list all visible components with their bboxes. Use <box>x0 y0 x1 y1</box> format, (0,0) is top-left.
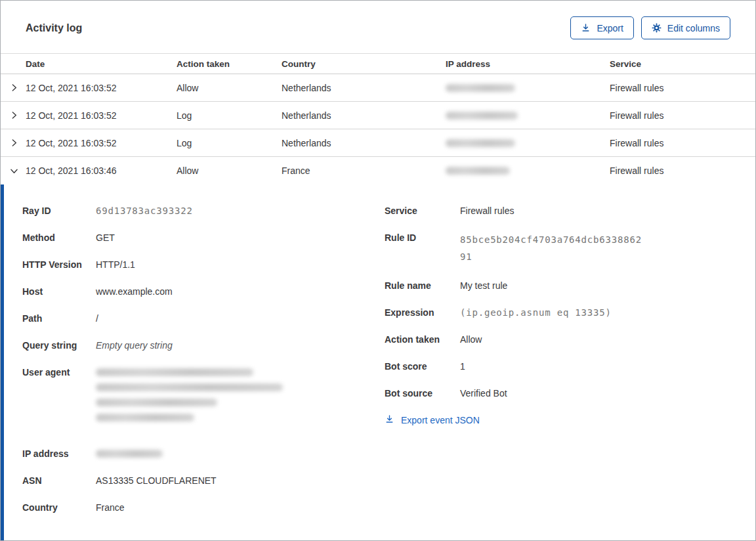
cell-ip-redacted <box>446 167 610 175</box>
cell-country: France <box>282 165 446 176</box>
detail-field-http-version: HTTP Version HTTP/1.1 <box>22 258 385 271</box>
field-label: IP address <box>22 447 96 460</box>
field-label: Query string <box>22 339 96 352</box>
toolbar: Export <box>570 16 730 39</box>
detail-field-query-string: Query string Empty query string <box>22 339 385 352</box>
chevron-right-icon[interactable] <box>1 111 26 119</box>
detail-field-rule-name: Rule name My test rule <box>385 279 755 292</box>
detail-field-path: Path / <box>22 312 385 325</box>
event-detail-right-column: Service Firewall rules Rule ID 85bce5b20… <box>385 204 755 540</box>
export-button[interactable]: Export <box>570 16 633 39</box>
column-header-date: Date <box>26 59 177 69</box>
column-header-ip-address: IP address <box>446 59 610 69</box>
detail-field-host: Host www.example.com <box>22 285 385 298</box>
gear-icon <box>652 23 662 33</box>
field-value: My test rule <box>460 279 507 292</box>
edit-columns-button[interactable]: Edit columns <box>641 16 730 39</box>
cell-date: 12 Oct, 2021 16:03:52 <box>26 138 177 148</box>
detail-field-ip-address: IP address <box>22 447 385 460</box>
download-icon <box>385 414 394 426</box>
detail-field-country: Country France <box>22 501 385 514</box>
edit-columns-button-label: Edit columns <box>667 23 720 33</box>
chevron-down-icon[interactable] <box>1 167 26 175</box>
field-value: (ip.geoip.asnum eq 13335) <box>460 306 612 319</box>
field-value: Firewall rules <box>460 204 514 217</box>
detail-field-action-taken: Action taken Allow <box>385 333 755 346</box>
chevron-right-icon[interactable] <box>1 139 26 147</box>
field-label: Bot source <box>385 387 460 400</box>
detail-field-bot-score: Bot score 1 <box>385 360 755 373</box>
cell-country: Netherlands <box>282 83 446 93</box>
export-event-json-link[interactable]: Export event JSON <box>385 414 480 426</box>
cell-ip-redacted <box>446 139 610 147</box>
detail-field-bot-source: Bot source Verified Bot <box>385 387 755 400</box>
field-value: France <box>96 501 125 514</box>
field-value: Allow <box>460 333 482 346</box>
column-header-service: Service <box>610 59 755 69</box>
cell-service: Firewall rules <box>610 83 755 93</box>
field-label: Service <box>385 204 460 217</box>
activity-log-header: Activity log Export <box>1 1 755 53</box>
field-label: Expression <box>385 306 460 319</box>
detail-field-expression: Expression (ip.geoip.asnum eq 13335) <box>385 306 755 319</box>
detail-field-asn: ASN AS13335 CLOUDFLARENET <box>22 474 385 487</box>
download-icon <box>581 23 591 33</box>
cell-date: 12 Oct, 2021 16:03:52 <box>26 83 177 93</box>
field-label: Action taken <box>385 333 460 346</box>
cell-action-taken: Log <box>177 110 282 121</box>
cell-country: Netherlands <box>282 110 446 121</box>
field-value: 1 <box>460 360 465 373</box>
field-label: HTTP Version <box>22 258 96 271</box>
field-label: Path <box>22 312 96 325</box>
detail-field-service: Service Firewall rules <box>385 204 755 217</box>
field-label: Country <box>22 501 96 514</box>
field-label: ASN <box>22 474 96 487</box>
field-value: / <box>96 312 98 325</box>
column-header-country: Country <box>282 59 446 69</box>
cell-date: 12 Oct, 2021 16:03:52 <box>26 110 177 121</box>
table-row[interactable]: 12 Oct, 2021 16:03:52 Log Netherlands Fi… <box>1 102 755 129</box>
cell-service: Firewall rules <box>610 138 755 148</box>
field-value: 85bce5b204cf4703a764dcb633886291 <box>460 231 645 265</box>
page-title: Activity log <box>26 22 82 34</box>
cell-action-taken: Allow <box>177 165 282 176</box>
field-value-redacted <box>96 366 283 429</box>
cell-service: Firewall rules <box>610 110 755 121</box>
field-value-redacted <box>96 447 163 460</box>
export-event-json-label: Export event JSON <box>401 415 480 425</box>
field-label: Bot score <box>385 360 460 373</box>
detail-field-ray-id: Ray ID 69d13783ac393322 <box>22 204 385 217</box>
field-label: Rule name <box>385 279 460 292</box>
field-value: HTTP/1.1 <box>96 258 135 271</box>
field-value: Verified Bot <box>460 387 507 400</box>
table-row[interactable]: 12 Oct, 2021 16:03:52 Allow Netherlands … <box>1 74 755 102</box>
cell-date: 12 Oct, 2021 16:03:46 <box>26 165 177 176</box>
field-value: www.example.com <box>96 285 173 298</box>
detail-field-user-agent: User agent <box>22 366 385 429</box>
field-label: Host <box>22 285 96 298</box>
table-row-expanded[interactable]: 12 Oct, 2021 16:03:46 Allow France Firew… <box>1 157 755 184</box>
cell-country: Netherlands <box>282 138 446 148</box>
field-value: AS13335 CLOUDFLARENET <box>96 474 217 487</box>
table-row[interactable]: 12 Oct, 2021 16:03:52 Log Netherlands Fi… <box>1 129 755 157</box>
cell-action-taken: Allow <box>177 83 282 93</box>
export-button-label: Export <box>597 23 623 33</box>
detail-field-rule-id: Rule ID 85bce5b204cf4703a764dcb633886291 <box>385 231 755 265</box>
cell-service: Firewall rules <box>610 165 755 176</box>
field-value: GET <box>96 231 115 244</box>
chevron-right-icon[interactable] <box>1 83 26 92</box>
cell-ip-redacted <box>446 112 610 119</box>
field-label: Rule ID <box>385 231 460 265</box>
column-header-action-taken: Action taken <box>177 59 282 69</box>
field-label: User agent <box>22 366 96 429</box>
event-detail-panel: Ray ID 69d13783ac393322 Method GET HTTP … <box>1 184 755 540</box>
cell-ip-redacted <box>446 84 610 92</box>
cell-action-taken: Log <box>177 138 282 148</box>
field-value: 69d13783ac393322 <box>96 204 193 217</box>
field-label: Method <box>22 231 96 244</box>
detail-field-method: Method GET <box>22 231 385 244</box>
table-header-row: Date Action taken Country IP address Ser… <box>1 53 755 74</box>
event-detail-left-column: Ray ID 69d13783ac393322 Method GET HTTP … <box>22 204 385 540</box>
field-label: Ray ID <box>22 204 96 217</box>
field-value: Empty query string <box>96 339 173 352</box>
